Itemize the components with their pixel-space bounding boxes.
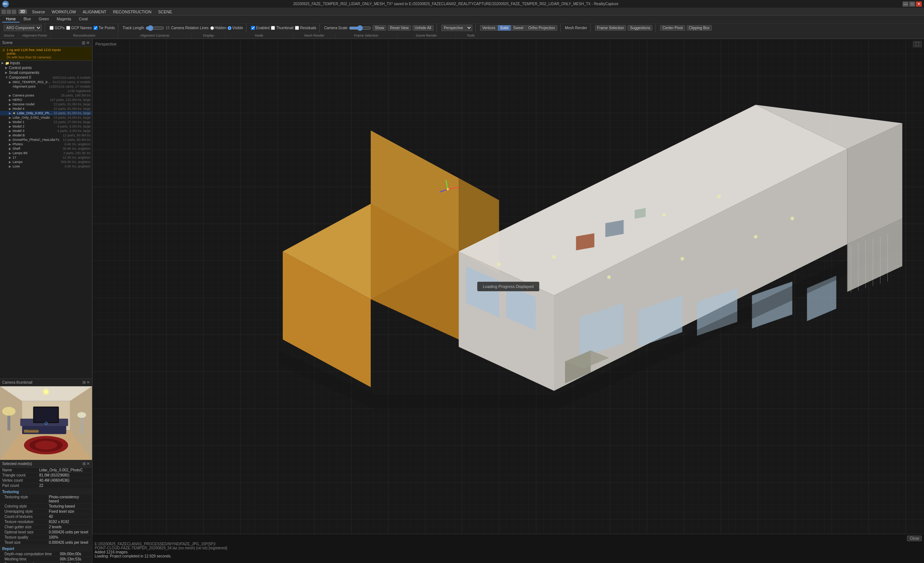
clipping-box-btn[interactable]: Clipping Box xyxy=(687,25,712,31)
gcps-checkbox[interactable]: GCPs xyxy=(50,26,64,30)
tree-item-control-points[interactable]: ▶ Control points xyxy=(0,65,92,70)
menu-item-reconstruction[interactable]: RECONSTRUCTION xyxy=(110,9,154,15)
tree-item-camera-poses[interactable]: ▶ Camera poses 25 parts, 199.5M trs xyxy=(0,93,92,98)
unwrapping-style-row: Unwrapping style Fixed texel size xyxy=(0,509,92,514)
model-name-row: Name Lidar_Only_0.002_PhotoC xyxy=(0,468,92,473)
tree-item-alignment-point[interactable]: Alignment point 1130/1216 cams, 17 model… xyxy=(0,84,92,89)
tree-item-small-components[interactable]: ▶ Small components xyxy=(0,70,92,75)
texture-res-row: Texture resolution 8192 x 8192 xyxy=(0,519,92,525)
tree-scroll[interactable]: ▶ 📁 Inputs ▶ Control points ▶ Small comp… xyxy=(0,61,92,378)
tree-item-1130[interactable]: 1130 registered xyxy=(0,89,92,93)
meshing-time-row: Meshing time 00h:13m:53s xyxy=(0,557,92,562)
menu-item-scene[interactable]: SCENE xyxy=(155,9,175,15)
console-close-btn[interactable]: Close xyxy=(907,536,922,541)
unwrapping-style-value: Fixed texel size xyxy=(49,509,74,513)
camera-scale-slider[interactable] xyxy=(349,26,371,30)
warning-message: ⚠ 1 ng and 1126 free, total 1216 inputs … xyxy=(0,47,92,61)
texture-res-value: 8192 x 8192 xyxy=(49,520,69,524)
residuals-checkbox[interactable]: Residuals xyxy=(295,26,316,30)
perspective-label: Perspective xyxy=(95,42,116,46)
camera-relation-lines-label: Camera Relation Lines xyxy=(171,26,209,30)
viewport-3d[interactable]: Perspective ⛶ Loading Progress Displayed xyxy=(92,39,924,534)
tree-item-0902[interactable]: ▶ 0902_TEMPER_R02_911_1038 911/1216 cams… xyxy=(0,80,92,84)
solid-btn[interactable]: Solid xyxy=(498,25,510,31)
tree-item-densise-model[interactable]: ▶ Densise model 22 parts, 81.0M trs, lar… xyxy=(0,102,92,107)
selected-model-panel: Selected model(s) ⊞ ✕ Name Lidar_Only_0.… xyxy=(0,460,92,563)
minimize-btn[interactable]: — xyxy=(903,2,909,7)
tree-item-drone-photo[interactable]: ▶ DronePho_PhotoC_HasLidarTx 12 parts, 8… xyxy=(0,138,92,142)
tree-item-17[interactable]: ▶ 17 12.3K trs, angleton xyxy=(0,155,92,160)
warning-sub: points xyxy=(7,52,61,56)
menu-item-workflow[interactable]: Source xyxy=(29,9,48,15)
tree-item-lidar-visabi[interactable]: ▶ Lidar_Only_0.002_Visabi 23 parts, 24.0… xyxy=(0,115,92,120)
component-dropdown[interactable]: ARO Component xyxy=(4,25,42,31)
expand-icon[interactable]: ⊞ xyxy=(82,40,86,45)
menu-3d-badge: 3D xyxy=(18,9,27,14)
warning-icon: ⚠ xyxy=(2,48,5,52)
svg-rect-17 xyxy=(28,428,39,430)
ortho-projection-btn[interactable]: Ortho Projection xyxy=(526,25,557,31)
tab-magenta[interactable]: Magenta xyxy=(53,16,75,23)
tree-item-lamps[interactable]: ▶ Lamps 305.0K trs, angleton xyxy=(0,160,92,164)
camera-room-view xyxy=(0,386,92,460)
viewport-expand-btn[interactable]: ⛶ xyxy=(913,41,922,47)
tie-points-checkbox[interactable]: Tie Points xyxy=(93,26,115,30)
tree-item-hero[interactable]: ▶ HERO 107 parts, 122.0M trs, large xyxy=(0,98,92,102)
unhide-all-button[interactable]: Unhide All xyxy=(412,25,434,31)
tree-item-love[interactable]: ▶ Love 3.6K trs, angleton xyxy=(0,164,92,168)
tree-item-photos[interactable]: ▶ Photos 6.4K trs, angleton xyxy=(0,142,92,146)
menu-item-workflow[interactable]: WORKFLOW xyxy=(49,9,79,15)
tree-item-shelf[interactable]: ▶ Shelf 36.8K trs, angleton xyxy=(0,146,92,151)
perspective-dropdown[interactable]: Perspective Orthographic xyxy=(441,25,472,31)
thumbnail-checkbox[interactable]: Thumbnail xyxy=(271,26,294,30)
thumb-close-btn[interactable]: ✕ xyxy=(87,380,90,385)
triangle-count-value: 81.0M (81029680) xyxy=(39,473,69,477)
enabled-checkbox[interactable]: Enabled xyxy=(251,26,270,30)
menu-item-alignment[interactable]: ALIGNMENT xyxy=(80,9,110,15)
close-panel-icon[interactable]: ✕ xyxy=(86,40,90,45)
frame-selection-btn[interactable]: Frame Selection xyxy=(595,25,627,31)
maximize-btn[interactable]: □ xyxy=(909,2,915,7)
track-length-value: 15 xyxy=(166,26,170,30)
warning-text: 1 ng and 1126 free, total 1216 inputs xyxy=(7,48,61,52)
tree-item-model3[interactable]: ▶ Model 3 4 parts, 3.2M trs, large xyxy=(0,129,92,133)
tree-item-model4b[interactable]: ▶ Model B 12 parts, 80.9M trs xyxy=(0,133,92,138)
texture-quality-row: Texture quality 100% xyxy=(0,535,92,540)
track-length-slider[interactable] xyxy=(146,26,164,30)
thumb-expand-btn[interactable]: ⊞ xyxy=(82,380,86,385)
reset-view-button[interactable]: Reset View xyxy=(388,25,411,31)
tab-blue[interactable]: Blue xyxy=(20,16,35,23)
tree-item-model1[interactable]: ▶ Model 1 23 parts, 27.0M trs, large xyxy=(0,120,92,124)
app-logo: RC xyxy=(2,1,9,8)
tree-item-lidar-photoc[interactable]: ▶ ★ Lidar_Only_0.002_PhotoC 22 parts, 81… xyxy=(0,111,92,115)
gcp-names-checkbox[interactable]: GCP Names xyxy=(66,26,92,30)
tree-item-inputs[interactable]: ▶ 📁 Inputs xyxy=(0,61,92,65)
suggestions-btn[interactable]: Suggestions xyxy=(628,25,652,31)
app-icon xyxy=(2,10,16,14)
selected-expand-btn[interactable]: ⊞ xyxy=(82,461,86,466)
vertices-btn[interactable]: Vertices xyxy=(480,25,498,31)
center-pivot-btn[interactable]: Center Pivot xyxy=(660,25,685,31)
selected-close-btn[interactable]: ✕ xyxy=(87,461,90,466)
tree-item-lampsb6[interactable]: ▶ Lamps B6 2 parts, 291.0K trs xyxy=(0,151,92,155)
window-controls: — □ ✕ xyxy=(903,2,922,7)
tree-item-component0[interactable]: ▼ Component 0 300/1216 cams, 0 models xyxy=(0,75,92,80)
tab-coral[interactable]: Coral xyxy=(75,16,91,23)
visible-radio[interactable]: Visible xyxy=(228,26,243,30)
part-count-value: 22 xyxy=(39,483,43,488)
texturing-style-row: Texturing style Photo-consistency based xyxy=(0,495,92,504)
texel-size-row: Texel size 0.000426 units per texel xyxy=(0,540,92,545)
show-button[interactable]: Show xyxy=(372,25,386,31)
alignment-points-label: Alignment Points xyxy=(18,33,51,38)
sweet-btn[interactable]: Sweet xyxy=(511,25,526,31)
tab-home[interactable]: Home xyxy=(2,16,20,23)
left-panel: Scene ⊞ ✕ ⚠ 1 ng and 1126 free, total 12… xyxy=(0,39,92,563)
chart-gutter-row: Chart gutter size 2 texels xyxy=(0,525,92,530)
tree-item-model4[interactable]: ▶ Model 4 22 parts, 81.0M trs, large xyxy=(0,107,92,111)
hidden-radio[interactable]: Hidden xyxy=(210,26,226,30)
close-btn[interactable]: ✕ xyxy=(916,2,922,7)
tree-item-model2[interactable]: ▶ Model 2 4 parts, 3.2M trs, large xyxy=(0,124,92,129)
alignment-cameras-label: Alignment Cameras xyxy=(118,33,192,38)
status-message-overlay: Loading Progress Displayed xyxy=(477,282,539,291)
tab-green[interactable]: Green xyxy=(35,16,53,23)
